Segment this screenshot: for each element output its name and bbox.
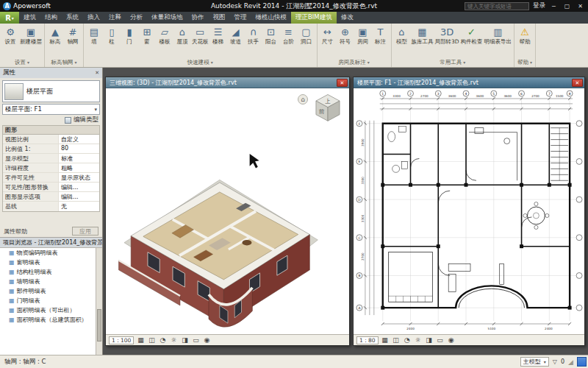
scrollbar-thumb[interactable]	[97, 309, 101, 342]
panel-expand-icon[interactable]: ▾	[211, 60, 213, 65]
view-canvas-plan[interactable]: 1234 5678 FEDCBA 3300270	[354, 88, 584, 334]
railing-button[interactable]: ∩ 扶手	[245, 24, 262, 46]
ribbon-tab-9[interactable]: 管理	[230, 12, 251, 24]
ribbon-tab-0[interactable]: 建筑	[19, 12, 40, 24]
edit-type-button[interactable]: 编辑类型	[0, 115, 102, 125]
property-category[interactable]: 图形	[2, 125, 100, 134]
floor-button[interactable]: ▱ 楼板	[156, 24, 173, 46]
property-row[interactable]: 可见性/图形替换 编辑...	[3, 183, 99, 192]
reveal-hidden-icon[interactable]: ◉	[447, 336, 456, 344]
ribbon-tab-1[interactable]: 结构	[40, 12, 62, 24]
ceiling-button[interactable]: ▭ 天花板	[191, 24, 209, 46]
ribbon-tab-2[interactable]: 系统	[62, 12, 83, 24]
ramp-button[interactable]: ◢ 坡道	[227, 24, 245, 46]
help-button[interactable]: ⚠ 帮助	[516, 24, 534, 46]
model-button[interactable]: ⌂ 模型	[393, 24, 411, 46]
ribbon-tab-4[interactable]: 注释	[104, 12, 126, 24]
scale-icon[interactable]: ▦	[136, 336, 145, 344]
property-row[interactable]: 显示模型 标准	[3, 154, 99, 163]
apply-button[interactable]: 应用	[72, 227, 98, 236]
settings-button[interactable]: ⚙ 设置	[1, 24, 19, 46]
tag-button[interactable]: T 标注	[372, 24, 390, 46]
visual-style-icon[interactable]: ◔	[158, 336, 167, 344]
ribbon-tab-6[interactable]: 体量和场地	[147, 12, 187, 24]
scale-icon[interactable]: ▦	[381, 336, 390, 344]
component-check-button[interactable]: ✓ 构件检查	[460, 24, 484, 46]
schedule-export-button[interactable]: ▥ 明细表导出	[484, 24, 513, 46]
maximize-icon[interactable]: ▢	[562, 3, 572, 10]
detail-level-icon[interactable]: ◫	[147, 336, 156, 344]
opening-button[interactable]: ▢ 洞口	[298, 24, 315, 46]
panel-expand-icon[interactable]: ▾	[74, 60, 76, 65]
panel-expand-icon[interactable]: ▾	[368, 60, 370, 65]
browser-item[interactable]: ▦ 门明细表	[0, 296, 102, 305]
recorder-badge[interactable]	[577, 357, 587, 367]
family-library-button[interactable]: ▦ 族库工具	[411, 24, 434, 46]
window-button[interactable]: ⊞ 窗	[138, 24, 156, 46]
door-button[interactable]: ▮ 门	[121, 24, 138, 46]
wall-button[interactable]: ▤ 墙	[85, 24, 103, 46]
panel-expand-icon[interactable]: ▾	[27, 60, 29, 65]
new-level-button[interactable]: ▣ 新建楼层	[19, 24, 43, 46]
browser-item[interactable]: ▦ 部件明细表	[0, 286, 102, 296]
ribbon-tab-12[interactable]: 修改	[337, 12, 358, 24]
detail-level-icon[interactable]: ◫	[392, 336, 401, 344]
properties-help-link[interactable]: 属性帮助	[4, 227, 27, 236]
property-row[interactable]: 基线 无	[3, 202, 99, 211]
reveal-hidden-icon[interactable]: ◉	[202, 336, 211, 344]
level-button[interactable]: ▲ 标高	[46, 24, 64, 46]
property-row[interactable]: 比例值 1: 80	[3, 144, 99, 154]
viewcube-cube[interactable]: 上 前	[312, 93, 343, 124]
sun-path-icon[interactable]: ☼	[414, 336, 423, 344]
dimension-button[interactable]: ↔ 尺寸	[319, 24, 337, 46]
browser-item[interactable]: ▦ 窗明细表	[0, 258, 102, 267]
application-menu-button[interactable]: R ▾	[0, 12, 19, 24]
instance-selector[interactable]: 楼层平面: F1 ▾	[2, 104, 100, 115]
minimize-icon[interactable]: ─	[549, 3, 559, 10]
grid-button[interactable]: # 轴网	[64, 24, 82, 46]
sun-path-icon[interactable]: ☼	[169, 336, 178, 344]
design-option-select[interactable]: 主模型 ▾	[520, 357, 549, 367]
ribbon-tab-10[interactable]: 橄榄山快模	[251, 12, 292, 24]
browser-item[interactable]: ▦ 结构柱明细表	[0, 267, 102, 277]
sign-in-button[interactable]: 登录	[533, 1, 545, 10]
property-row[interactable]: 详细程度 粗略	[3, 163, 99, 173]
view-window-plan-titlebar[interactable]: 楼层平面: F1 - 江湖别墅2014_修改背景色.rvt ✕	[354, 77, 584, 88]
roof-button[interactable]: ⌂ 屋顶	[173, 24, 191, 46]
type-selector[interactable]: 楼层平面	[2, 80, 100, 102]
stair-button[interactable]: ☰ 楼梯	[209, 24, 227, 46]
browser-item[interactable]: ▦ 面积明细表（可出租）	[0, 305, 102, 315]
shadows-icon[interactable]: ◨	[180, 336, 189, 344]
panel-expand-icon[interactable]: ▾	[530, 60, 532, 65]
close-icon[interactable]: ✕	[576, 3, 585, 10]
browser-item[interactable]: ▦ 面积明细表（总建筑面积）	[0, 315, 102, 325]
ribbon-tab-11[interactable]: 理正BIM建筑	[291, 12, 337, 24]
room-button[interactable]: ▣ 房间	[354, 24, 372, 46]
panel-expand-icon[interactable]: ▾	[463, 60, 465, 65]
property-row[interactable]: 视图比例 自定义	[3, 135, 99, 144]
close-icon[interactable]: ✕	[337, 79, 348, 87]
symbol-button[interactable]: ⊕ 符号	[337, 24, 354, 46]
filter-icon[interactable]: ▽	[553, 358, 557, 365]
view-canvas-3d[interactable]: ⌂ 上 前	[106, 88, 349, 334]
viewcube[interactable]: ⌂ 上 前	[298, 93, 343, 127]
ribbon-tab-7[interactable]: 协作	[187, 12, 209, 24]
resize-grip[interactable]: ◢	[568, 358, 573, 366]
shadows-icon[interactable]: ◨	[425, 336, 434, 344]
view-scale[interactable]: 1 : 100	[109, 336, 134, 344]
crop-view-icon[interactable]: ▭	[191, 336, 200, 344]
ribbon-tab-8[interactable]: 视图	[209, 12, 230, 24]
partial-3d-button[interactable]: 3D 局部转3D	[434, 24, 460, 46]
floor-plan-drawing[interactable]: 1234 5678 FEDCBA 3300270	[354, 88, 584, 334]
ribbon-tab-3[interactable]: 插入	[83, 12, 104, 24]
scrollbar[interactable]	[96, 248, 102, 355]
infocenter-search-input[interactable]	[465, 2, 529, 10]
property-row[interactable]: 图形显示选项 编辑...	[3, 192, 99, 202]
property-row[interactable]: 零件可见性 显示原状态	[3, 173, 99, 183]
home-icon[interactable]: ⌂	[298, 94, 308, 105]
visual-style-icon[interactable]: ◔	[403, 336, 412, 344]
step-button[interactable]: ≡ 台阶	[280, 24, 298, 46]
view-window-3d-titlebar[interactable]: 三维视图: (3D) - 江湖别墅2014_修改背景色.rvt ✕	[106, 77, 349, 88]
view-scale[interactable]: 1 : 80	[356, 336, 379, 344]
close-icon[interactable]: ✕	[572, 79, 583, 87]
